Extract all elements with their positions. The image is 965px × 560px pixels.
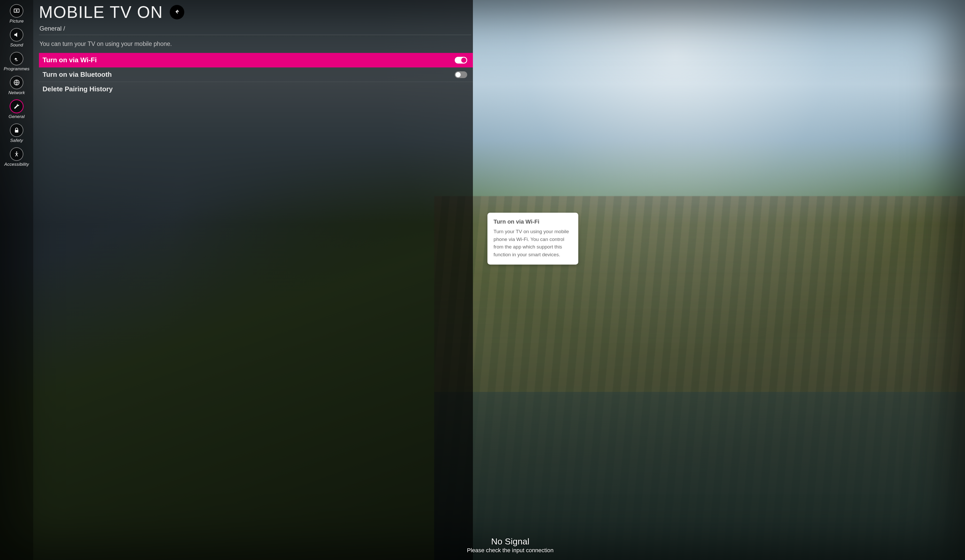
help-title: Turn on via Wi-Fi xyxy=(494,219,572,225)
page-title: MOBILE TV ON xyxy=(39,3,163,22)
sidebar-item-label: Safety xyxy=(10,138,23,143)
help-body: Turn your TV on using your mobile phone … xyxy=(494,228,572,258)
options-list: Turn on via Wi-Fi Turn on via Bluetooth … xyxy=(39,53,473,96)
option-turn-on-wifi[interactable]: Turn on via Wi-Fi xyxy=(39,53,473,67)
no-signal-title: No Signal xyxy=(467,536,554,547)
no-signal-overlay: No Signal Please check the input connect… xyxy=(467,536,554,554)
option-label: Turn on via Bluetooth xyxy=(43,70,112,78)
svg-rect-3 xyxy=(15,130,18,132)
sidebar-item-label: Accessibility xyxy=(4,162,29,167)
sidebar-item-sound[interactable]: Sound xyxy=(0,27,33,49)
sidebar-item-programmes[interactable]: Programmes xyxy=(0,51,33,73)
sound-icon xyxy=(10,28,23,41)
sidebar-item-general[interactable]: General xyxy=(0,98,33,121)
sidebar-item-label: Network xyxy=(8,90,25,95)
toggle-switch[interactable] xyxy=(455,57,467,64)
settings-sidebar: Picture Sound Programmes Network xyxy=(0,0,33,560)
back-arrow-icon xyxy=(174,8,180,16)
option-label: Delete Pairing History xyxy=(43,85,113,93)
sidebar-item-label: Programmes xyxy=(3,66,29,72)
breadcrumb: General / xyxy=(39,25,473,32)
picture-icon xyxy=(10,4,23,18)
option-label: Turn on via Wi-Fi xyxy=(43,56,97,64)
no-signal-subtitle: Please check the input connection xyxy=(467,547,554,554)
sidebar-item-label: Sound xyxy=(10,42,23,48)
wrench-gear-icon xyxy=(10,100,23,113)
svg-rect-1 xyxy=(16,60,18,61)
sidebar-item-label: Picture xyxy=(10,19,24,24)
option-delete-pairing-history[interactable]: Delete Pairing History xyxy=(39,82,473,96)
sidebar-item-picture[interactable]: Picture xyxy=(0,3,33,25)
option-turn-on-bluetooth[interactable]: Turn on via Bluetooth xyxy=(39,67,473,82)
accessibility-icon xyxy=(10,147,23,161)
toggle-switch[interactable] xyxy=(455,71,467,78)
sidebar-item-accessibility[interactable]: Accessibility xyxy=(0,146,33,168)
lock-icon xyxy=(10,124,23,137)
sidebar-item-network[interactable]: Network xyxy=(0,75,33,97)
settings-panel: MOBILE TV ON General / You can turn your… xyxy=(33,0,473,560)
back-button[interactable] xyxy=(170,5,184,20)
svg-point-4 xyxy=(16,152,17,152)
globe-icon xyxy=(10,76,23,89)
settings-overlay: Picture Sound Programmes Network xyxy=(0,0,473,560)
satellite-dish-icon xyxy=(10,52,23,65)
sidebar-item-safety[interactable]: Safety xyxy=(0,122,33,145)
page-description: You can turn your TV on using your mobil… xyxy=(39,35,473,53)
sidebar-item-label: General xyxy=(8,114,25,119)
help-tooltip: Turn on via Wi-Fi Turn your TV on using … xyxy=(487,213,578,264)
